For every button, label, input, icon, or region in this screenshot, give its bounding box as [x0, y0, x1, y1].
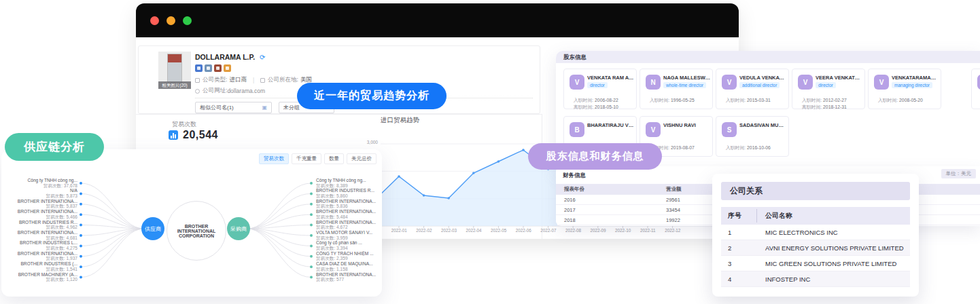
close-icon[interactable] [150, 16, 159, 25]
currency-unit: 单位：美元 [941, 169, 977, 178]
x-axis-labels: 2022-012022-02 2022-032022-04 2022-05202… [387, 228, 685, 233]
role-badge: managing director [892, 82, 932, 88]
relations-table-header: 序号 公司名称 [721, 207, 910, 225]
buyer-item[interactable]: BROTHER INTERNATIONA...贸易次数: 4,672 [316, 220, 384, 230]
social-icon-2[interactable] [205, 64, 212, 72]
supplier-item[interactable]: BROTHER INTERNATIONA...贸易次数: 5,837 [7, 199, 77, 209]
import-trend-chart-title: 进口贸易趋势 [381, 116, 419, 125]
bar-chart-icon [169, 130, 178, 140]
relations-title: 公司关系 [721, 182, 910, 200]
supply-chain-panel: 贸易次数 千克重量 数量 美元总价 [1, 149, 382, 297]
company-website: 公司网址: dollarama.com [195, 87, 265, 95]
company-name: DOLLARAMA L.P.⟳ [195, 53, 265, 61]
role-badge: director [816, 82, 836, 88]
social-icons [195, 64, 231, 72]
buyer-item[interactable]: BROTHER INDUSTRIES R...贸易次数: 5,860 [316, 188, 384, 198]
shareholder-card[interactable]: V VENKATA RAM ATLURI director 入职时间:2006-… [563, 69, 637, 109]
avatar: V [570, 75, 584, 90]
relations-row[interactable]: 1MIC ELECTRONICS INC [721, 225, 910, 240]
avatar: B [570, 122, 584, 137]
supplier-item[interactable]: BROTHER INTERNATIONA...贸易次数: 1,937 [7, 251, 77, 261]
role-badge: director [587, 82, 608, 88]
supply-chain-callout-badge: 供应链分析 [5, 133, 104, 161]
role-badge: whole-time director [663, 82, 706, 88]
column-divider [756, 209, 757, 223]
avatar [977, 75, 980, 90]
shareholder-panel-title: 股东信息 [556, 51, 980, 63]
related-images-caption: 相关图片(20) [158, 81, 191, 89]
calendar-icon: ▣ [262, 104, 267, 111]
avatar: V [722, 75, 737, 90]
avatar: V [646, 122, 661, 137]
page: 相关图片(20) DOLLARAMA L.P.⟳ 公司类型: 进口商 | [0, 0, 980, 304]
relations-row[interactable]: 2AVNI ENERGY SOLUTIONS PRIVATE LIMITED [721, 240, 910, 256]
trade-count-stat: 20,544 [169, 129, 218, 141]
relations-row[interactable]: 3MIC GREEN SOLUTIONS PRIVATE LIMITED [721, 256, 910, 271]
buyer-item[interactable]: CÔNG TY TRÁCH NHIỆM ...贸易次数: 2,359 [316, 251, 384, 261]
buyer-item[interactable]: Công ty cổ phần sản ...贸易次数: 3,394 [316, 240, 384, 250]
horizontal-divider [136, 114, 542, 115]
supplier-item[interactable]: Công ty TNHH công ng...贸易次数: 37,678 [7, 178, 77, 188]
supplier-dots [80, 182, 82, 279]
buyer-item[interactable]: BROTHER INTERNATIONA...贸易次数: 577 [316, 272, 384, 282]
shareholder-card-clipped[interactable] [971, 69, 980, 109]
avatar: V [798, 75, 813, 90]
similar-company-select[interactable]: 相似公司名(1) ▣ [195, 102, 272, 113]
shareholder-card[interactable]: N NAGA MALLESWARA R... whole-time direct… [640, 69, 713, 109]
buyer-item[interactable]: CASA DIAZ DE MAQUINA...贸易次数: 1,158 [316, 261, 384, 271]
supplier-item[interactable]: BROTHER MACHINERY (A...贸易次数: 1,120 [7, 272, 77, 282]
supplier-list: Công ty TNHH công ng...贸易次数: 37,678 N/A贸… [7, 178, 77, 282]
role-badge: additional director [739, 82, 780, 88]
avatar: V [874, 75, 889, 90]
supplier-item[interactable]: BROTHER INTERNATIONA...贸易次数: 4,681 [7, 230, 77, 240]
trade-count-value: 20,544 [183, 129, 218, 141]
relations-row[interactable]: 4INFOSTEP INC [721, 271, 910, 287]
company-meta: 公司类型: 进口商 | 公司所在地: 美国 [195, 76, 312, 84]
supplier-item[interactable]: BROTHER INDUSTRIES R...贸易次数: 4,962 [7, 220, 77, 230]
minimize-icon[interactable] [167, 16, 175, 25]
product-image [167, 54, 182, 83]
buyer-item[interactable]: BROTHER INTERNATIONA...贸易次数: 5,836 [316, 199, 384, 209]
location-icon [260, 78, 265, 83]
avatar: S [722, 122, 737, 137]
buyer-item[interactable]: Công ty TNHH công ng...贸易次数: 8,389 [316, 178, 384, 188]
company-relations-panel: 公司关系 序号 公司名称 1MIC ELECTRONICS INC 2AVNI … [712, 174, 919, 297]
shareholder-card[interactable]: S SADASIVAN MURALIKR... 入职时间:2016-10-06 [716, 116, 789, 157]
browser-titlebar [136, 3, 739, 37]
buyer-item[interactable]: BROTHER INTERNATIONA...贸易次数: 5,484 [316, 209, 384, 219]
globe-icon [195, 89, 200, 94]
shareholder-card[interactable]: V VENKATARAMANA MAG... managing director… [868, 69, 941, 109]
trend-callout-badge: 近一年的贸易趋势分析 [297, 83, 447, 109]
buyer-node[interactable]: 采购商 [227, 217, 250, 240]
supplier-item[interactable]: N/A贸易次数: 5,873 [7, 188, 77, 198]
company-type-icon [195, 78, 200, 83]
avatar: N [646, 75, 661, 90]
supplier-node[interactable]: 供应商 [141, 217, 164, 240]
trade-count-label: 贸易次数 [172, 120, 196, 129]
social-icon-1[interactable] [195, 64, 203, 72]
shareholder-card[interactable]: V VEERA VENKATA SATYA... director 入职时间:2… [792, 69, 865, 109]
supplier-item[interactable]: BROTHER INDUSTRIES L...贸易次数: 4,275 [7, 240, 77, 250]
supplier-item[interactable]: BROTHER INDUSTRIES (...贸易次数: 1,541 [7, 261, 77, 271]
social-icon-3[interactable] [214, 64, 222, 72]
buyer-item[interactable]: VOLTA MOTOR SANAYİ V...贸易次数: 3,959 [316, 230, 384, 240]
supplier-item[interactable]: BROTHER INTERNATIONA...贸易次数: 5,466 [7, 209, 77, 219]
financial-title: 财务信息 [563, 172, 586, 180]
website-link[interactable]: dollarama.com [227, 88, 265, 94]
maximize-icon[interactable] [183, 16, 192, 25]
product-thumbnail[interactable]: 相关图片(20) [158, 52, 191, 89]
buyer-dots [310, 182, 313, 279]
refresh-icon[interactable]: ⟳ [260, 54, 265, 61]
shareholder-callout-badge: 股东信息和财务信息 [528, 143, 662, 170]
buyer-list: Công ty TNHH công ng...贸易次数: 8,389 BROTH… [316, 178, 384, 282]
shareholder-card[interactable]: V VEDULA VENKATA RAM... additional direc… [716, 69, 789, 109]
social-icon-4[interactable] [224, 64, 231, 72]
company-node[interactable]: BROTHER INTERNATIONAL CORPORATION [167, 201, 226, 261]
